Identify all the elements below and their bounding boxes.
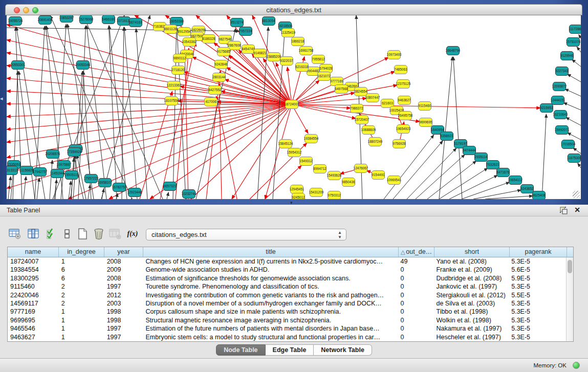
graph-node[interactable]: 8427552 bbox=[208, 86, 222, 95]
float-panel-icon[interactable] bbox=[560, 207, 568, 214]
graph-node[interactable]: 6216318 bbox=[295, 63, 309, 72]
graph-node[interactable]: 11325419 bbox=[281, 29, 296, 37]
graph-node[interactable]: 12945451 bbox=[290, 185, 304, 194]
graph-node[interactable]: 16958107 bbox=[98, 179, 113, 187]
graph-node[interactable]: 15845124 bbox=[278, 140, 293, 148]
table-row[interactable]: 2242004622012Investigating the contribut… bbox=[8, 291, 566, 299]
graph-node[interactable]: 8813054 bbox=[262, 17, 275, 26]
graph-node[interactable]: 7632621 bbox=[486, 161, 499, 169]
graph-node[interactable]: 3313313 bbox=[7, 166, 18, 175]
graph-node[interactable]: 9756928 bbox=[393, 140, 406, 148]
graph-node[interactable]: 3824554 bbox=[354, 87, 367, 96]
graph-node[interactable]: 7955812 bbox=[312, 55, 325, 64]
graph-node[interactable]: 11172864 bbox=[569, 25, 581, 34]
graph-node[interactable]: 8912954 bbox=[178, 28, 191, 36]
tab-node-table[interactable]: Node Table bbox=[216, 344, 265, 356]
create-column-icon[interactable] bbox=[76, 227, 89, 240]
graph-node[interactable]: 15885209 bbox=[267, 53, 281, 61]
graph-node[interactable]: 1866218 bbox=[291, 37, 304, 46]
graph-node[interactable]: 9657321 bbox=[163, 182, 177, 191]
graph-node[interactable]: 1549312 bbox=[299, 157, 313, 166]
window-titlebar[interactable]: citations_edges.txt bbox=[5, 4, 582, 15]
graph-node[interactable]: 8601128 bbox=[164, 25, 177, 34]
graph-node[interactable]: 9243652 bbox=[520, 185, 534, 193]
graph-node[interactable]: 9242848 bbox=[214, 60, 228, 69]
graph-node[interactable]: 10969541 bbox=[387, 176, 402, 185]
graph-node[interactable]: 2935114 bbox=[475, 153, 488, 162]
graph-node[interactable]: 20553301 bbox=[11, 61, 26, 70]
graph-node[interactable]: 11451944 bbox=[50, 169, 65, 178]
graph-node[interactable]: 9154491 bbox=[372, 171, 385, 180]
graph-node[interactable]: 16648794 bbox=[446, 47, 461, 55]
column-header-title[interactable]: title bbox=[143, 247, 399, 257]
graph-node[interactable]: 15720407 bbox=[355, 116, 369, 124]
graph-node[interactable]: 9245012 bbox=[292, 193, 305, 200]
graph-node[interactable]: 9322037 bbox=[280, 57, 293, 65]
graph-node[interactable]: 9463627 bbox=[398, 96, 411, 105]
splitter-collapse-icon[interactable]: ◂ bbox=[0, 95, 3, 102]
table-row[interactable]: 1456911722003Disruption of a novel membe… bbox=[8, 299, 566, 308]
citation-network-graph[interactable]: 1905572420691406108532871527606864661601… bbox=[7, 15, 581, 199]
close-panel-icon[interactable]: ✕ bbox=[574, 206, 580, 214]
graph-node[interactable]: 18107554 bbox=[164, 97, 179, 105]
tab-network-table[interactable]: Network Table bbox=[314, 344, 372, 356]
graph-node[interactable]: 15954312 bbox=[287, 148, 302, 157]
graph-node[interactable]: 9699695 bbox=[419, 118, 432, 127]
column-header-short[interactable]: short bbox=[434, 247, 510, 257]
graph-node[interactable]: 8994712 bbox=[313, 165, 326, 173]
graph-node[interactable]: 9115460 bbox=[419, 102, 431, 111]
select-columns-icon[interactable] bbox=[45, 227, 58, 240]
graph-node[interactable]: 7485063 bbox=[394, 65, 407, 74]
table-row[interactable]: 946554611997Estimation of the future num… bbox=[8, 324, 566, 333]
graph-node[interactable]: 1621072 bbox=[317, 72, 331, 81]
graph-node[interactable]: 10688609 bbox=[361, 126, 376, 135]
graph-node[interactable]: 9777169 bbox=[330, 77, 343, 86]
graph-node[interactable]: 15276068 bbox=[79, 15, 94, 24]
graph-node[interactable]: 17359924 bbox=[67, 148, 82, 157]
table-row[interactable]: 969969511998Structural magnetic resonanc… bbox=[8, 316, 566, 324]
table-selector-dropdown[interactable]: citations_edges.txt ▲▼ bbox=[146, 229, 346, 240]
graph-node[interactable]: 8471676 bbox=[496, 168, 510, 177]
graph-node[interactable]: 20691406 bbox=[38, 16, 53, 25]
graph-node[interactable]: 12375125 bbox=[396, 80, 411, 89]
graph-node[interactable]: 9227343 bbox=[555, 67, 569, 76]
graph-node[interactable]: 9215953 bbox=[540, 104, 553, 113]
graph-node[interactable]: 6674163 bbox=[129, 18, 142, 27]
graph-node[interactable]: 9890112 bbox=[173, 54, 186, 63]
graph-node[interactable]: 18724007 bbox=[285, 100, 299, 109]
graph-node[interactable]: 12213363 bbox=[167, 81, 182, 90]
network-canvas[interactable]: 1905572420691406108532871527606864661601… bbox=[7, 15, 581, 199]
graph-node[interactable]: 20206576 bbox=[46, 150, 60, 159]
graph-node[interactable]: 6466160 bbox=[102, 15, 115, 24]
graph-node[interactable]: 16782753 bbox=[112, 183, 127, 192]
graph-node[interactable]: 10543362 bbox=[182, 38, 197, 47]
graph-node[interactable]: 9175685 bbox=[217, 48, 230, 56]
graph-node[interactable]: 9750312 bbox=[328, 191, 341, 200]
graph-node[interactable]: 10973493 bbox=[387, 51, 402, 59]
graph-node[interactable]: 11675309 bbox=[567, 154, 581, 163]
graph-node[interactable]: 15431209 bbox=[309, 188, 324, 197]
scrollbar-thumb[interactable] bbox=[568, 260, 572, 273]
graph-node[interactable]: 6497568 bbox=[335, 85, 348, 94]
table-row[interactable]: 911546021997Tourette syndrome. Phenomeno… bbox=[8, 282, 566, 291]
graph-node[interactable]: 16961758 bbox=[299, 47, 314, 55]
table-mode-icon[interactable] bbox=[8, 227, 21, 240]
graph-node[interactable]: 18807249 bbox=[368, 138, 383, 146]
graph-node[interactable]: 10654112 bbox=[508, 176, 523, 185]
graph-node[interactable]: 15992071 bbox=[555, 126, 570, 135]
vertical-scrollbar[interactable] bbox=[566, 257, 573, 341]
graph-node[interactable]: 7957224 bbox=[239, 27, 252, 36]
table-row[interactable]: 946362711997Embryonic stem cells: a mode… bbox=[8, 333, 566, 341]
graph-node[interactable]: 19055724 bbox=[8, 17, 23, 26]
delete-columns-icon[interactable] bbox=[92, 227, 105, 240]
graph-node[interactable]: 15493628 bbox=[327, 171, 342, 180]
graph-node[interactable]: 19384554 bbox=[304, 135, 319, 143]
tab-edge-table[interactable]: Edge Table bbox=[266, 344, 314, 356]
function-builder-icon[interactable]: f(x) bbox=[126, 227, 139, 240]
graph-node[interactable]: 9474444 bbox=[463, 146, 476, 155]
column-header-year[interactable]: year bbox=[104, 247, 143, 257]
graph-node[interactable]: 16053380 bbox=[169, 17, 184, 26]
row-height-icon[interactable] bbox=[60, 227, 74, 240]
table-row[interactable]: 1938455462009Genome-wide association stu… bbox=[8, 266, 566, 274]
graph-node[interactable]: 12476067 bbox=[354, 164, 368, 173]
